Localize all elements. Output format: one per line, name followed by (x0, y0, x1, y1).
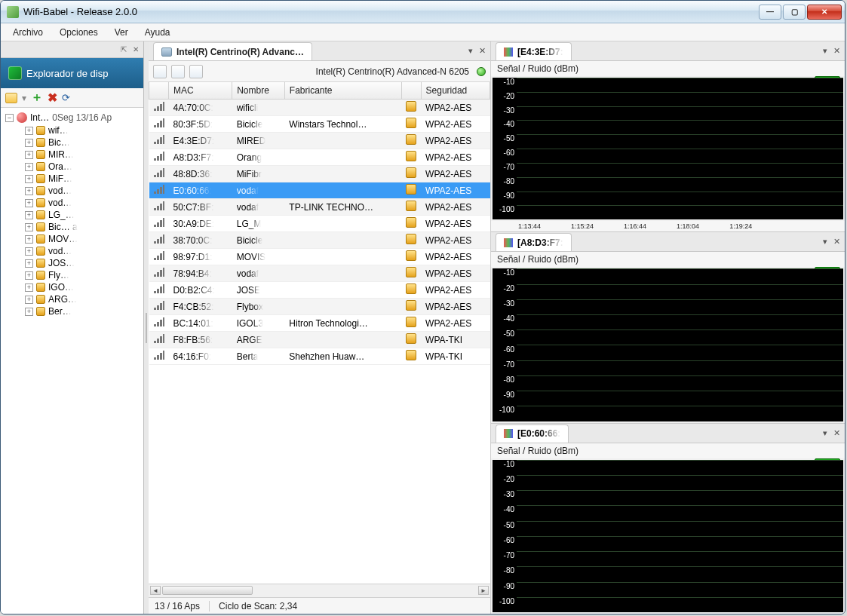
app-window: Wifi-Babel - Release 2.0.0 — ▢ ✕ Archivo… (0, 0, 845, 614)
lock-icon (406, 118, 416, 128)
tree-item[interactable]: +vod… (25, 185, 140, 197)
table-row[interactable]: 50:C7:BF:vodafTP-LINK TECHNO…WPA2-AES (149, 199, 490, 216)
chart-panel: [E0:60:66:▾✕Señal / Ruido (dBm)Canal1-10… (491, 424, 845, 614)
table-row[interactable]: 4A:70:0C:wificliWPA2-AES (149, 100, 490, 116)
table-row[interactable]: 98:97:D1:MOVISWPA2-AES (149, 249, 490, 265)
table-row[interactable]: A8:D3:F7:OrangWPA2-AES (149, 149, 490, 166)
adapter-icon (17, 112, 27, 123)
signal-icon (154, 102, 164, 111)
tree-root-meta: 0Seg 13/16 Ap (52, 112, 112, 123)
save-button[interactable] (153, 65, 167, 78)
dropdown-icon[interactable]: ▾ (823, 237, 827, 247)
signal-icon (154, 301, 164, 310)
table-row[interactable]: E4:3E:D7:MIREDWPA2-AES (149, 133, 490, 149)
table-row[interactable]: BC:14:01:IGOL3Hitron Technologi…WPA2-AES (149, 315, 490, 332)
tree-root[interactable]: − Int… 0Seg 13/16 Ap (5, 111, 140, 124)
tree-item[interactable]: +JOS… (25, 257, 140, 269)
tree-item[interactable]: +MIR… (25, 149, 140, 161)
lock-icon (406, 134, 416, 145)
lock-icon (36, 234, 45, 244)
tree-item[interactable]: +IGO… (25, 281, 140, 293)
menu-ver[interactable]: Ver (107, 25, 136, 40)
chart-tab[interactable]: [E4:3E:D7: (496, 42, 572, 60)
tree-item-label: vod… (48, 185, 72, 196)
maximize-button[interactable]: ▢ (783, 5, 806, 20)
col-mac[interactable]: MAC (169, 82, 232, 100)
panel-close-icon[interactable]: ✕ (833, 237, 840, 247)
tree-item[interactable]: +MOV… (25, 233, 140, 245)
tool-button-2[interactable] (171, 65, 185, 78)
tree-item[interactable]: +Ber… (25, 305, 140, 317)
tree-item[interactable]: +LG_… (25, 209, 140, 221)
lock-icon (406, 201, 416, 211)
refresh-button[interactable]: ⟳ (62, 92, 70, 103)
chart-tab[interactable]: [E0:60:66: (496, 424, 569, 443)
charts-panel: [E4:3E:D7:▾✕Señal / Ruido (dBm)Canal11-1… (491, 41, 845, 614)
tree-item-label: vod… (48, 246, 72, 256)
chart-tab[interactable]: [A8:D3:F7: (496, 233, 572, 251)
dock-controls: ⇱ ✕ (1, 41, 143, 58)
table-row[interactable]: D0:B2:C4:JOSEWPA2-AES (149, 282, 490, 299)
close-icon[interactable]: ✕ (133, 45, 139, 54)
tool-button-3[interactable] (189, 65, 203, 78)
tree-item[interactable]: +Fly… (25, 269, 140, 281)
panel-close-icon[interactable]: ✕ (833, 428, 840, 438)
table-row[interactable]: 30:A9:DE:LG_MWPA2-AES (149, 216, 490, 232)
table-row[interactable]: 38:70:0C:BicicleWPA2-AES (149, 232, 490, 249)
tree-item[interactable]: +wif… (25, 124, 140, 136)
tree-item-label: Bic… (48, 137, 70, 148)
col-fabricante[interactable]: Fabricante (284, 82, 401, 100)
col-seguridad[interactable]: Seguridad (421, 82, 489, 100)
chart-icon (504, 48, 513, 57)
adapter-name: Intel(R) Centrino(R) Advanced-N 6205 (207, 66, 472, 77)
delete-button[interactable]: ✖ (48, 90, 57, 105)
signal-icon (154, 185, 164, 194)
menu-archivo[interactable]: Archivo (5, 25, 51, 40)
menu-opciones[interactable]: Opciones (52, 25, 106, 40)
add-button[interactable]: ＋ (31, 90, 43, 106)
lock-icon (36, 174, 45, 183)
signal-icon (154, 284, 164, 293)
menu-ayuda[interactable]: Ayuda (137, 25, 178, 40)
lock-icon (406, 217, 416, 228)
pin-icon[interactable]: ⇱ (121, 45, 127, 54)
tree-item[interactable]: +vod… (25, 197, 140, 209)
chart-axis-label: Señal / Ruido (dBm) (497, 63, 578, 74)
table-row[interactable]: 48:8D:36:MiFibrWPA2-AES (149, 166, 490, 182)
tree-item[interactable]: +Ora… (25, 161, 140, 173)
dropdown-icon[interactable]: ▾ (468, 46, 473, 56)
dropdown-icon[interactable]: ▾ (823, 46, 827, 56)
tree-item-label: LG_… (48, 210, 75, 220)
status-cycle: Ciclo de Scan: 2,34 (219, 601, 297, 611)
signal-icon (154, 251, 164, 260)
table-row[interactable]: F8:FB:56:ARGEWPA-TKI (149, 332, 490, 348)
networks-table-wrap[interactable]: MAC Nombre Fabricante Seguridad 4A:70:0C… (149, 82, 490, 584)
table-row[interactable]: 80:3F:5D:BicicleWinstars Technol…WPA2-AE… (149, 116, 490, 133)
tab-adapter[interactable]: Intel(R) Centrino(R) Advanc… (153, 42, 312, 60)
chart-panel: [A8:D3:F7:▾✕Señal / Ruido (dBm)Canal1-10… (491, 232, 845, 423)
h-scrollbar[interactable]: ◄► (149, 584, 490, 597)
chart-tabstrip: [E4:3E:D7:▾✕ (491, 41, 845, 61)
close-button[interactable]: ✕ (807, 5, 842, 20)
col-nombre[interactable]: Nombre (232, 82, 285, 100)
dropdown-icon[interactable]: ▾ (823, 428, 827, 438)
panel-close-icon[interactable]: ✕ (833, 46, 840, 56)
table-row[interactable]: 78:94:B4:vodafWPA2-AES (149, 265, 490, 282)
adapter-tab-icon (161, 48, 172, 57)
table-row[interactable]: E0:60:66:vodafWPA2-AES (149, 182, 490, 199)
tree-item[interactable]: +MiF… (25, 173, 140, 185)
menubar: Archivo Opciones Ver Ayuda (1, 23, 845, 41)
device-tree[interactable]: − Int… 0Seg 13/16 Ap +wif…+Bic…+MIR…+Ora… (1, 108, 143, 614)
chart-icon (504, 238, 513, 247)
tree-item[interactable]: +vod… (25, 245, 140, 257)
table-row[interactable]: F4:CB:52:FlyboxWPA2-AES (149, 299, 490, 315)
table-row[interactable]: 64:16:F0:BertaShehzhen Huaw…WPA-TKI (149, 348, 490, 365)
panel-close-icon[interactable]: ✕ (479, 46, 486, 56)
tree-item[interactable]: +Bic… (25, 136, 140, 149)
chart-panel: [E4:3E:D7:▾✕Señal / Ruido (dBm)Canal11-1… (491, 41, 845, 232)
folder-icon[interactable] (5, 93, 17, 103)
signal-icon (154, 135, 164, 144)
tree-item[interactable]: +ARG… (25, 293, 140, 305)
minimize-button[interactable]: — (759, 5, 781, 20)
tree-item[interactable]: +Bic… a (25, 221, 140, 233)
